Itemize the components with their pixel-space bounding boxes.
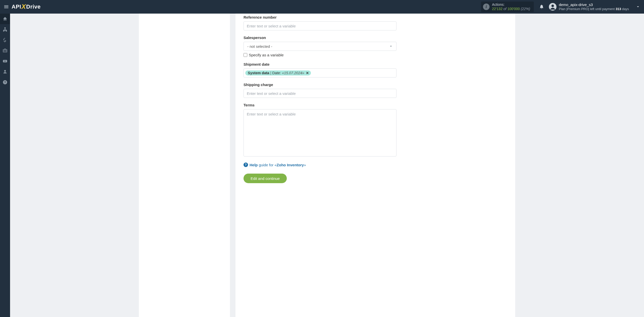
actions-pct: (22%) [521, 7, 530, 11]
dollar-icon [3, 37, 8, 43]
left-sidebar: ? [0, 14, 10, 317]
hamburger-icon [4, 4, 9, 10]
actions-used: 22'132 [492, 7, 503, 11]
nav-billing[interactable] [0, 35, 10, 45]
nav-tools[interactable] [0, 45, 10, 56]
brand-logo[interactable]: APIXDrive [12, 3, 41, 11]
sitemap-icon [3, 27, 8, 32]
actions-usage-box[interactable]: i Actions: 22'132 of 100'000 (22%) [481, 2, 534, 12]
brand-x: X [21, 3, 26, 11]
svg-point-3 [4, 70, 6, 72]
briefcase-icon [3, 48, 8, 53]
field-salesperson: Salesperson - not selected - Specify as … [244, 35, 396, 57]
select-salesperson-value: - not selected - [247, 44, 272, 49]
label-reference-number: Reference number [244, 15, 396, 19]
top-header: APIXDrive i Actions: 22'132 of 100'000 (… [0, 0, 644, 14]
label-shipment-date: Shipment date [244, 62, 396, 66]
help-link[interactable]: ? Help guide for «Zoho Inventory» [244, 163, 396, 167]
user-icon [3, 69, 8, 74]
pill-source: System data [248, 71, 269, 75]
field-shipment-date: Shipment date System data | Date: «15.07… [244, 62, 396, 77]
user-plan: Plan |Premium PRO| left until payment 31… [559, 7, 629, 11]
home-icon [3, 16, 8, 21]
bell-icon [539, 4, 544, 9]
chevron-down-icon [389, 45, 393, 48]
user-name: demo_apix-drive_s3 [559, 3, 629, 7]
nav-help[interactable]: ? [0, 77, 10, 88]
label-shipping-charge: Shipping charge [244, 83, 396, 87]
pill-remove-button[interactable]: ✕ [306, 71, 309, 75]
label-terms: Terms [244, 103, 396, 107]
brand-part1: API [12, 4, 21, 10]
header-expand-button[interactable] [636, 5, 640, 9]
checkbox-specify-variable-label: Specify as a variable [249, 53, 284, 57]
input-shipment-date[interactable]: System data | Date: «15.07.2024» ✕ [244, 68, 396, 77]
actions-of: of [503, 7, 506, 11]
svg-point-1 [551, 5, 554, 7]
main-area: Reference number Salesperson - not selec… [10, 14, 644, 317]
actions-total: 100'000 [507, 7, 520, 11]
nav-home[interactable] [0, 14, 10, 24]
actions-label: Actions: [492, 3, 530, 7]
select-salesperson[interactable]: - not selected - [244, 42, 396, 51]
avatar-icon [549, 3, 556, 11]
textarea-terms[interactable] [244, 109, 396, 156]
chevron-down-icon [636, 5, 640, 9]
question-icon: ? [3, 80, 8, 85]
info-icon: i [483, 4, 490, 10]
input-shipping-charge[interactable] [244, 89, 396, 98]
notifications-button[interactable] [538, 3, 545, 11]
field-terms: Terms [244, 103, 396, 157]
variable-pill-shipment-date: System data | Date: «15.07.2024» ✕ [245, 70, 311, 75]
svg-text:?: ? [4, 81, 6, 84]
field-shipping-charge: Shipping charge [244, 83, 396, 98]
left-white-panel [139, 14, 230, 317]
help-icon: ? [244, 163, 248, 167]
edit-continue-button[interactable]: Edit and continue [244, 174, 287, 183]
form-panel: Reference number Salesperson - not selec… [235, 14, 515, 317]
youtube-icon [3, 59, 8, 64]
label-salesperson: Salesperson [244, 35, 396, 40]
nav-video[interactable] [0, 56, 10, 66]
brand-part2: Drive [26, 4, 41, 10]
user-menu[interactable]: demo_apix-drive_s3 Plan |Premium PRO| le… [549, 3, 629, 11]
nav-account[interactable] [0, 66, 10, 77]
checkbox-specify-variable[interactable]: Specify as a variable [244, 53, 396, 57]
hamburger-menu-button[interactable] [3, 3, 10, 11]
checkbox-specify-variable-input[interactable] [244, 53, 247, 57]
nav-connections[interactable] [0, 24, 10, 35]
field-reference-number: Reference number [244, 15, 396, 30]
input-reference-number[interactable] [244, 21, 396, 30]
